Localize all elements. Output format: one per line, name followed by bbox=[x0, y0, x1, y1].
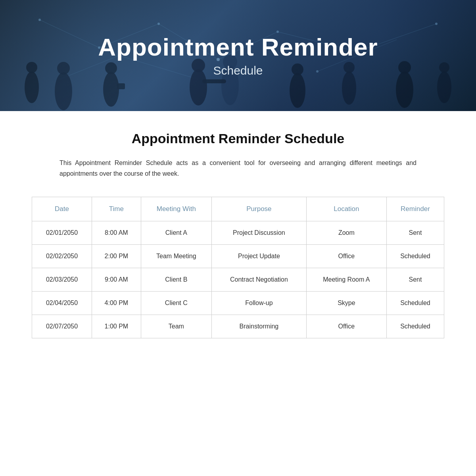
cell-meeting-with: Client A bbox=[141, 221, 211, 245]
header-banner: Appointment Reminder Schedule bbox=[0, 0, 476, 111]
cell-meeting-with: Client C bbox=[141, 292, 211, 315]
cell-location: Skype bbox=[306, 292, 386, 315]
table-row: 02/03/20509:00 AMClient BContract Negoti… bbox=[32, 268, 444, 292]
header-subtitle: Schedule bbox=[213, 64, 263, 77]
cell-time: 2:00 PM bbox=[92, 245, 141, 268]
svg-point-9 bbox=[38, 19, 41, 21]
description: This Appointment Reminder Schedule acts … bbox=[60, 157, 416, 179]
cell-location: Meeting Room A bbox=[306, 268, 386, 292]
svg-point-17 bbox=[316, 70, 319, 73]
main-content: Appointment Reminder Schedule This Appoi… bbox=[0, 111, 476, 358]
section-title: Appointment Reminder Schedule bbox=[32, 131, 444, 146]
cell-time: 1:00 PM bbox=[92, 315, 141, 338]
table-row: 02/04/20504:00 PMClient CFollow-upSkypeS… bbox=[32, 292, 444, 315]
col-header-purpose: Purpose bbox=[211, 197, 306, 221]
col-header-location: Location bbox=[306, 197, 386, 221]
svg-point-36 bbox=[437, 71, 451, 103]
svg-point-31 bbox=[292, 63, 303, 75]
svg-point-13 bbox=[276, 31, 279, 33]
svg-point-20 bbox=[55, 72, 72, 110]
svg-rect-24 bbox=[117, 83, 125, 89]
cell-location: Zoom bbox=[306, 221, 386, 245]
svg-point-18 bbox=[25, 71, 39, 103]
svg-point-37 bbox=[439, 62, 449, 73]
cell-purpose: Brainstorming bbox=[211, 315, 306, 338]
cell-purpose: Follow-up bbox=[211, 292, 306, 315]
svg-point-23 bbox=[105, 62, 117, 74]
cell-date: 02/04/2050 bbox=[32, 292, 92, 315]
cell-location: Office bbox=[306, 245, 386, 268]
cell-reminder: Sent bbox=[386, 268, 444, 292]
col-header-date: Date bbox=[32, 197, 92, 221]
cell-location: Office bbox=[306, 315, 386, 338]
svg-point-35 bbox=[398, 61, 411, 74]
svg-rect-29 bbox=[202, 79, 226, 83]
header-title: Appointment Reminder bbox=[98, 34, 378, 61]
cell-purpose: Project Discussion bbox=[211, 221, 306, 245]
svg-point-33 bbox=[344, 62, 355, 73]
col-header-time: Time bbox=[92, 197, 141, 221]
schedule-table: Date Time Meeting With Purpose Location … bbox=[32, 197, 444, 338]
cell-date: 02/07/2050 bbox=[32, 315, 92, 338]
svg-point-25 bbox=[190, 69, 207, 106]
svg-point-21 bbox=[57, 62, 70, 75]
cell-purpose: Contract Negotiation bbox=[211, 268, 306, 292]
svg-point-32 bbox=[342, 71, 356, 105]
cell-meeting-with: Team bbox=[141, 315, 211, 338]
cell-time: 9:00 AM bbox=[92, 268, 141, 292]
svg-point-19 bbox=[26, 62, 37, 73]
cell-date: 02/02/2050 bbox=[32, 245, 92, 268]
svg-point-15 bbox=[435, 23, 438, 25]
table-header-row: Date Time Meeting With Purpose Location … bbox=[32, 197, 444, 221]
svg-point-30 bbox=[290, 73, 305, 108]
cell-reminder: Sent bbox=[386, 221, 444, 245]
cell-meeting-with: Team Meeting bbox=[141, 245, 211, 268]
col-header-reminder: Reminder bbox=[386, 197, 444, 221]
cell-reminder: Scheduled bbox=[386, 245, 444, 268]
svg-line-0 bbox=[40, 20, 99, 48]
cell-meeting-with: Client B bbox=[141, 268, 211, 292]
cell-date: 02/03/2050 bbox=[32, 268, 92, 292]
svg-point-11 bbox=[157, 23, 160, 25]
cell-reminder: Scheduled bbox=[386, 315, 444, 338]
table-row: 02/02/20502:00 PMTeam MeetingProject Upd… bbox=[32, 245, 444, 268]
cell-date: 02/01/2050 bbox=[32, 221, 92, 245]
svg-point-26 bbox=[192, 59, 205, 72]
cell-reminder: Scheduled bbox=[386, 292, 444, 315]
cell-purpose: Project Update bbox=[211, 245, 306, 268]
table-row: 02/07/20501:00 PMTeamBrainstormingOffice… bbox=[32, 315, 444, 338]
table-row: 02/01/20508:00 AMClient AProject Discuss… bbox=[32, 221, 444, 245]
cell-time: 8:00 AM bbox=[92, 221, 141, 245]
svg-point-22 bbox=[103, 72, 119, 107]
col-header-meeting-with: Meeting With bbox=[141, 197, 211, 221]
cell-time: 4:00 PM bbox=[92, 292, 141, 315]
svg-point-34 bbox=[396, 71, 413, 108]
